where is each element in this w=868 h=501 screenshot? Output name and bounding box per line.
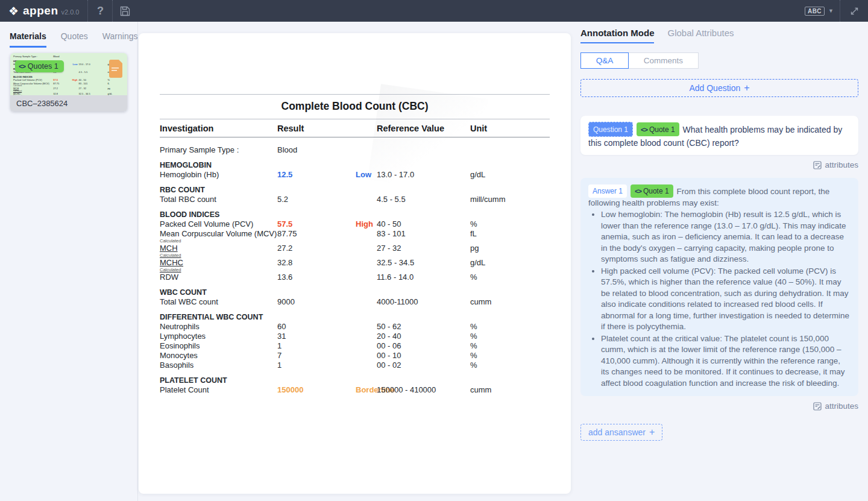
code-brackets-icon: <> xyxy=(641,126,647,133)
table-row: RDW13.611.6 - 14.0% xyxy=(160,273,550,282)
table-row: Mean Corpuscular Volume (MCV)Calculated8… xyxy=(160,229,550,244)
table-row: Monocytes700 - 10% xyxy=(160,351,550,361)
table-row: Hemoglobin (Hb)12.5Low13.0 - 17.0g/dL xyxy=(160,170,550,180)
mode-toggle: Q&A Comments xyxy=(580,52,858,69)
document-title-block: Complete Blood Count (CBC) xyxy=(160,94,550,119)
help-icon[interactable]: ? xyxy=(88,0,112,22)
attributes-label: attributes xyxy=(825,160,858,169)
table-row: Total RBC count5.24.5 - 5.5mill/cumm xyxy=(160,195,550,204)
column-investigation: Investigation xyxy=(160,124,277,133)
attributes-form-icon xyxy=(813,161,822,169)
code-brackets-icon: <> xyxy=(635,187,641,195)
appen-diamond-logo-icon: ❖ xyxy=(8,4,19,18)
topbar-right-group: ABC ▼ xyxy=(805,0,868,22)
table-row: BLOOD INDICES xyxy=(160,210,550,219)
column-result: Result xyxy=(277,124,356,133)
attributes-label: attributes xyxy=(825,402,858,411)
plus-icon: + xyxy=(744,83,749,93)
code-brackets-icon: <> xyxy=(19,63,25,70)
table-row: MCHCalculated27.227 - 32pg xyxy=(13,87,124,92)
language-selector[interactable]: ABC xyxy=(805,7,825,16)
question-number-badge: Question 1 xyxy=(588,122,633,137)
column-reference-value: Reference Value xyxy=(377,124,470,133)
table-body: Primary Sample Type :BloodHEMOGLOBINHemo… xyxy=(160,137,550,395)
annotation-panel: Annotation Mode Global Attributes Q&A Co… xyxy=(580,28,858,441)
table-row: Primary Sample Type :Blood xyxy=(160,145,550,155)
answer-card[interactable]: Answer 1<>Quote 1From this complete bloo… xyxy=(580,178,858,396)
expand-diagonal-icon[interactable] xyxy=(840,6,868,16)
orange-file-icon xyxy=(109,60,122,78)
table-row: Mean Corpuscular Volume (MCV)Calculated8… xyxy=(13,82,124,87)
table-row: MCHCCalculated32.832.5 - 34.5g/dL xyxy=(160,258,550,273)
add-question-label: Add Question xyxy=(689,83,740,93)
sidebar-tabs: Materials Quotes Warnings xyxy=(0,22,137,48)
table-row: HEMOGLOBIN xyxy=(160,160,550,170)
tab-warnings[interactable]: Warnings xyxy=(102,31,138,48)
app-version: v2.0.0 xyxy=(61,8,80,16)
answer-bullet: Platelet count at the critical value: Th… xyxy=(601,333,851,389)
answer-attributes-link[interactable]: attributes xyxy=(580,402,858,411)
question-attributes-link[interactable]: attributes xyxy=(580,160,858,169)
table-row: Basophils100 - 02% xyxy=(160,361,550,370)
toggle-comments[interactable]: Comments xyxy=(629,52,699,69)
attributes-form-icon xyxy=(813,402,822,411)
save-icon[interactable] xyxy=(113,0,137,22)
add-answer-button[interactable]: add ansanswer+ xyxy=(580,424,662,441)
table-row: WBC COUNT xyxy=(160,288,550,297)
table-header-row: Investigation Result Reference Value Uni… xyxy=(160,119,550,137)
answer-quote-badge[interactable]: <>Quote 1 xyxy=(631,184,673,198)
app-logo: ❖ appen v2.0.0 xyxy=(0,4,79,18)
table-row: Total WBC count90004000-11000cumm xyxy=(160,297,550,307)
question-quote-badge[interactable]: <>Quote 1 xyxy=(637,122,679,136)
tab-global-attributes[interactable]: Global Attributes xyxy=(667,28,734,43)
quotes-count-badge[interactable]: <> Quotes 1 xyxy=(15,60,64,72)
table-row: Lymphocytes3120 - 40% xyxy=(160,332,550,341)
app-logo-text: appen xyxy=(23,4,58,17)
material-caption: CBC–2385624 xyxy=(10,95,127,112)
material-thumbnail[interactable]: <> Quotes 1 Primary Sample Type :BloodHE… xyxy=(10,53,127,112)
material-preview: <> Quotes 1 Primary Sample Type :BloodHE… xyxy=(10,53,127,95)
tab-quotes[interactable]: Quotes xyxy=(61,31,88,48)
plus-icon: + xyxy=(649,427,655,438)
answer-bullet: Low hemoglobin: The hemoglobin (Hb) resu… xyxy=(601,209,851,265)
chevron-down-icon[interactable]: ▼ xyxy=(828,8,834,14)
table-row: Packed Cell Volume (PCV)57.5High40 - 50% xyxy=(160,219,550,229)
tab-materials[interactable]: Materials xyxy=(10,31,46,48)
add-question-button[interactable]: Add Question+ xyxy=(580,79,858,97)
table-row: Primary Sample Type :Blood xyxy=(13,55,124,58)
app-root: ❖ appen v2.0.0 ? ABC ▼ xyxy=(0,0,868,501)
column-flag-spacer xyxy=(356,124,377,133)
table-row: Neutrophils6050 - 62% xyxy=(160,322,550,332)
column-unit: Unit xyxy=(470,124,550,133)
answer-number-badge: Answer 1 xyxy=(588,184,627,198)
answer-bullet-list: Low hemoglobin: The hemoglobin (Hb) resu… xyxy=(588,209,851,389)
document-title: Complete Blood Count (CBC) xyxy=(281,100,429,112)
annotation-panel-tabs: Annotation Mode Global Attributes xyxy=(580,28,858,43)
add-answer-label: add ansanswer xyxy=(588,427,646,437)
table-row: PLATELET COUNT xyxy=(160,376,550,385)
quotes-badge-label: Quotes 1 xyxy=(28,62,58,71)
table-row: Eosinophils100 - 06% xyxy=(160,341,550,351)
toggle-qa[interactable]: Q&A xyxy=(580,52,629,69)
top-bar: ❖ appen v2.0.0 ? ABC ▼ xyxy=(0,0,868,22)
answer-bullet: High packed cell volume (PCV): The packe… xyxy=(601,266,851,333)
table-row: MCHCCalculated32.832.5 - 34.5g/dL xyxy=(13,92,124,96)
document-viewer: Complete Blood Count (CBC) Investigation… xyxy=(139,33,571,494)
table-row: DIFFERENTIAL WBC COUNT xyxy=(160,312,550,322)
question-card[interactable]: Question 1<>Quote 1What health problems … xyxy=(580,116,858,155)
table-row: Platelet Count150000Borderline150000 - 4… xyxy=(160,385,550,395)
tab-annotation-mode[interactable]: Annotation Mode xyxy=(580,28,654,43)
table-row: RBC COUNT xyxy=(160,185,550,195)
table-row: MCHCalculated27.227 - 32pg xyxy=(160,244,550,258)
materials-sidebar: Materials Quotes Warnings <> Quotes 1 Pr… xyxy=(0,22,138,501)
